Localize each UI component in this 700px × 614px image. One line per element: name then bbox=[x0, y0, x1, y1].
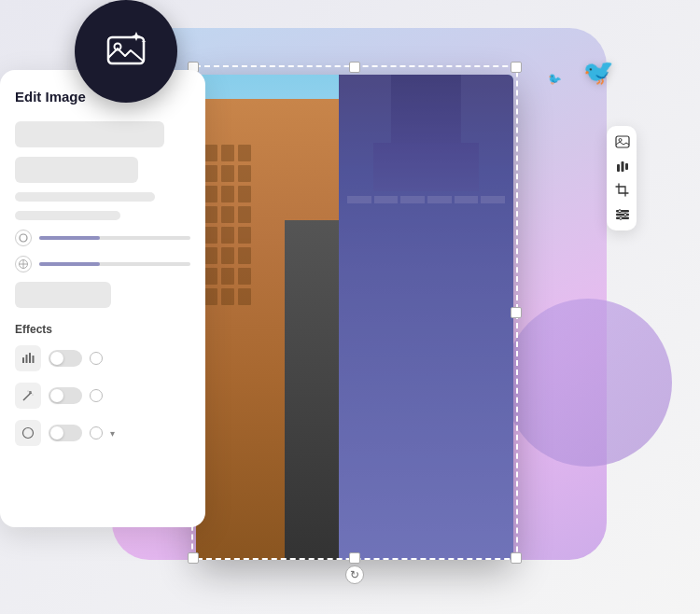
effect-radio-3[interactable] bbox=[90, 426, 103, 440]
svg-point-26 bbox=[624, 214, 627, 216]
scene: Edit Image Effects bbox=[0, 0, 700, 614]
skeleton-block-3 bbox=[15, 282, 111, 308]
equalizer-icon-box[interactable] bbox=[15, 345, 41, 371]
svg-point-25 bbox=[619, 210, 622, 213]
svg-rect-4 bbox=[22, 357, 24, 363]
handle-top-mid[interactable] bbox=[349, 62, 360, 73]
svg-point-11 bbox=[30, 391, 32, 393]
effect-row-1 bbox=[15, 345, 190, 371]
svg-rect-20 bbox=[622, 161, 624, 172]
edit-panel: Edit Image Effects bbox=[0, 70, 205, 527]
handle-bottom-left[interactable] bbox=[188, 552, 199, 564]
svg-rect-5 bbox=[26, 355, 28, 363]
svg-rect-19 bbox=[617, 164, 620, 172]
effect-toggle-1[interactable] bbox=[49, 350, 82, 367]
slider-track-1[interactable] bbox=[39, 236, 190, 240]
effect-radio-2[interactable] bbox=[90, 389, 103, 402]
effect-radio-1[interactable] bbox=[90, 352, 103, 365]
handle-bottom-right[interactable] bbox=[511, 552, 522, 564]
skeleton-row-1 bbox=[15, 192, 155, 202]
svg-line-8 bbox=[23, 394, 30, 400]
svg-point-13 bbox=[32, 394, 33, 395]
edit-image-icon bbox=[101, 26, 151, 77]
app-icon-circle bbox=[75, 0, 177, 103]
svg-point-27 bbox=[620, 216, 623, 219]
chevron-down-icon: ▾ bbox=[110, 428, 115, 439]
svg-rect-15 bbox=[108, 37, 144, 63]
skeleton-row-2 bbox=[15, 211, 120, 220]
svg-point-18 bbox=[619, 139, 622, 142]
toolbar-image-btn[interactable] bbox=[612, 132, 633, 152]
effect-row-3: ▾ bbox=[15, 420, 190, 446]
svg-rect-17 bbox=[616, 136, 629, 147]
effects-label: Effects bbox=[15, 323, 190, 336]
magic-icon-box[interactable] bbox=[15, 383, 41, 409]
slider-row-1 bbox=[15, 230, 190, 246]
effect-toggle-3[interactable] bbox=[49, 425, 82, 441]
slider-row-2 bbox=[15, 256, 190, 272]
toolbar-settings-btn[interactable] bbox=[612, 204, 633, 225]
handle-top-right[interactable] bbox=[511, 62, 522, 73]
handle-right-mid[interactable] bbox=[511, 307, 522, 318]
svg-point-0 bbox=[20, 234, 27, 242]
handle-bottom-mid[interactable] bbox=[349, 552, 360, 564]
right-toolbar bbox=[607, 126, 637, 230]
svg-rect-6 bbox=[29, 353, 31, 363]
effect-row-2 bbox=[15, 383, 190, 409]
skeleton-block-2 bbox=[15, 157, 138, 183]
toolbar-crop-btn[interactable] bbox=[612, 180, 633, 201]
svg-point-12 bbox=[27, 390, 28, 391]
slider-icon-1 bbox=[15, 230, 32, 246]
rotate-handle[interactable]: ↻ bbox=[345, 565, 364, 584]
svg-rect-7 bbox=[33, 356, 35, 363]
slider-icon-2 bbox=[15, 256, 32, 272]
shape-icon-box[interactable] bbox=[15, 420, 41, 446]
selection-box[interactable]: ↻ bbox=[191, 65, 518, 560]
svg-rect-21 bbox=[625, 163, 628, 170]
canvas-area: ↻ bbox=[187, 56, 541, 579]
toolbar-sound-btn[interactable] bbox=[612, 156, 633, 176]
svg-point-14 bbox=[23, 428, 34, 439]
slider-track-2[interactable] bbox=[39, 262, 190, 266]
effect-toggle-2[interactable] bbox=[49, 387, 82, 404]
skeleton-block-1 bbox=[15, 121, 164, 147]
